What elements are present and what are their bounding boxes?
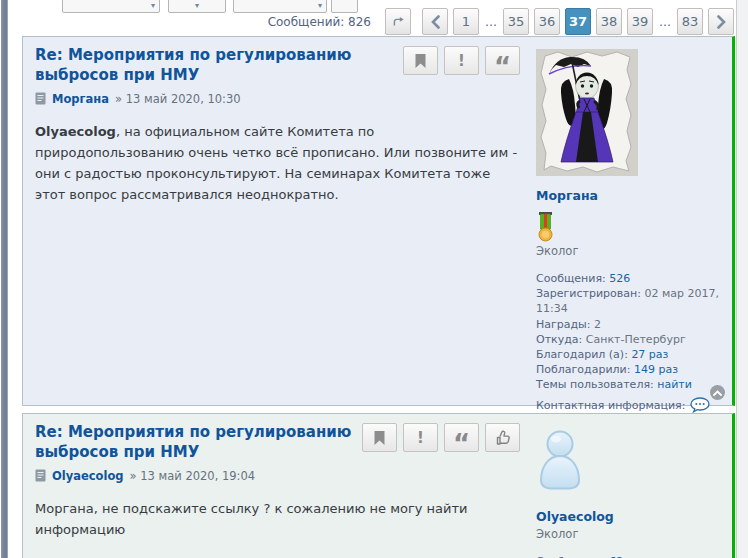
topic-tools-go-button[interactable]: ▾ <box>168 0 226 13</box>
post-profile: Моргана Эколог Сообщения: 526 Зарегистри… <box>526 37 732 405</box>
topic-tools-select[interactable]: ▾ <box>62 0 160 13</box>
page-button-38[interactable]: 38 <box>596 8 622 35</box>
bookmark-button[interactable] <box>362 423 397 452</box>
stat-value-awards: 2 <box>594 318 601 331</box>
report-button[interactable]: ! <box>444 46 479 75</box>
chevron-down-icon: ▾ <box>151 1 155 11</box>
stat-label: Поблагодарили: <box>536 363 630 376</box>
stat-value-thanked-given[interactable]: 27 раз <box>631 348 668 361</box>
page-right-margin <box>736 0 748 558</box>
post-profile: Olyaecolog Эколог Сообщения: 62 <box>526 414 732 558</box>
mention-username: Olyaecolog <box>35 124 116 139</box>
contact-label: Контактная информация: <box>536 399 685 412</box>
post-date: » 13 май 2020, 19:04 <box>130 469 256 483</box>
stat-value-messages[interactable]: 526 <box>609 272 630 285</box>
post-action-buttons: ! “ <box>362 423 520 452</box>
bookmark-icon <box>414 53 427 69</box>
stat-label: Награды: <box>536 318 591 331</box>
next-page-button[interactable] <box>708 8 734 35</box>
post-author-link[interactable]: Моргана <box>52 92 109 106</box>
default-avatar <box>536 429 584 491</box>
exclamation-icon: ! <box>458 52 465 70</box>
pagination-ellipsis: … <box>484 15 498 29</box>
avatar[interactable] <box>536 49 638 176</box>
jump-to-page-button[interactable] <box>385 8 411 35</box>
scroll-to-top-button[interactable] <box>710 385 725 400</box>
post-body: Olyaecolog, на официальном сайте Комитет… <box>35 121 518 205</box>
profile-stats: Сообщения: 62 <box>536 554 728 558</box>
arrow-jump-icon <box>392 14 404 29</box>
post: Re: Мероприятия по регулированию выбросо… <box>22 413 735 558</box>
post-text: Моргана, не подскажите ссылку ? к сожале… <box>35 501 468 537</box>
stat-label: Откуда: <box>536 333 582 346</box>
profile-stats: Сообщения: 526 Зарегистрирован: 02 мар 2… <box>536 271 728 392</box>
chevron-down-icon: ▾ <box>195 1 199 11</box>
post-title-link[interactable]: Re: Мероприятия по регулированию выбросо… <box>35 46 375 86</box>
medal-icon <box>536 212 555 242</box>
page-button-35[interactable]: 35 <box>503 8 529 35</box>
bookmark-icon <box>373 430 386 446</box>
stat-value-thanked-received[interactable]: 149 раз <box>634 363 678 376</box>
report-button[interactable]: ! <box>403 423 438 452</box>
left-scrollbar[interactable] <box>1 0 8 558</box>
post-meta: Olyaecolog » 13 май 2020, 19:04 <box>35 469 518 483</box>
post-content: Re: Мероприятия по регулированию выбросо… <box>23 414 526 558</box>
post-body: Моргана, не подскажите ссылку ? к сожале… <box>35 498 518 540</box>
stat-value-user-topics-link[interactable]: найти <box>657 378 692 391</box>
forum-page: ▾ ▾ ▾ Сообщений: 826 1 … 35 36 37 38 39 … <box>0 0 748 558</box>
page-icon <box>35 469 46 482</box>
exclamation-icon: ! <box>417 429 424 447</box>
prev-page-button[interactable] <box>422 8 448 35</box>
chevron-up-icon <box>713 390 722 396</box>
bookmark-button[interactable] <box>403 46 438 75</box>
post-title-link[interactable]: Re: Мероприятия по регулированию выбросо… <box>35 423 375 463</box>
post: Re: Мероприятия по регулированию выбросо… <box>22 36 735 406</box>
private-message-icon[interactable] <box>690 397 711 413</box>
quote-button[interactable]: “ <box>485 46 520 75</box>
stat-value-location: Санкт-Петербург <box>586 333 686 346</box>
pagination-ellipsis: … <box>658 15 672 29</box>
post-action-buttons: ! “ <box>403 46 520 75</box>
page-icon <box>35 92 46 105</box>
pagination-bar: Сообщений: 826 1 … 35 36 37 38 39 … 83 <box>280 8 734 35</box>
profile-username-link[interactable]: Olyaecolog <box>536 509 728 524</box>
user-rank: Эколог <box>536 527 728 541</box>
page-button-37-current[interactable]: 37 <box>565 8 591 35</box>
post-date: » 13 май 2020, 10:30 <box>115 92 241 106</box>
thumbs-up-icon <box>495 430 511 446</box>
stat-label: Благодарил (а): <box>536 348 628 361</box>
stat-label: Темы пользователя: <box>536 378 654 391</box>
page-button-83[interactable]: 83 <box>677 8 703 35</box>
post-meta: Моргана » 13 май 2020, 10:30 <box>35 92 518 106</box>
chevron-right-icon <box>716 15 727 29</box>
quote-button[interactable]: “ <box>444 423 479 452</box>
messages-count: Сообщений: 826 <box>268 15 371 29</box>
stat-label: Сообщения: <box>536 272 606 285</box>
chevron-left-icon <box>430 15 441 29</box>
profile-username-link[interactable]: Моргана <box>536 188 728 203</box>
page-button-1[interactable]: 1 <box>453 8 479 35</box>
page-button-36[interactable]: 36 <box>534 8 560 35</box>
stat-label: Зарегистрирован: <box>536 287 641 300</box>
user-rank: Эколог <box>536 244 728 258</box>
post-content: Re: Мероприятия по регулированию выбросо… <box>23 37 526 405</box>
post-author-link[interactable]: Olyaecolog <box>52 469 124 483</box>
contact-info-row: Контактная информация: <box>536 397 728 413</box>
like-button[interactable] <box>485 423 520 452</box>
page-button-39[interactable]: 39 <box>627 8 653 35</box>
